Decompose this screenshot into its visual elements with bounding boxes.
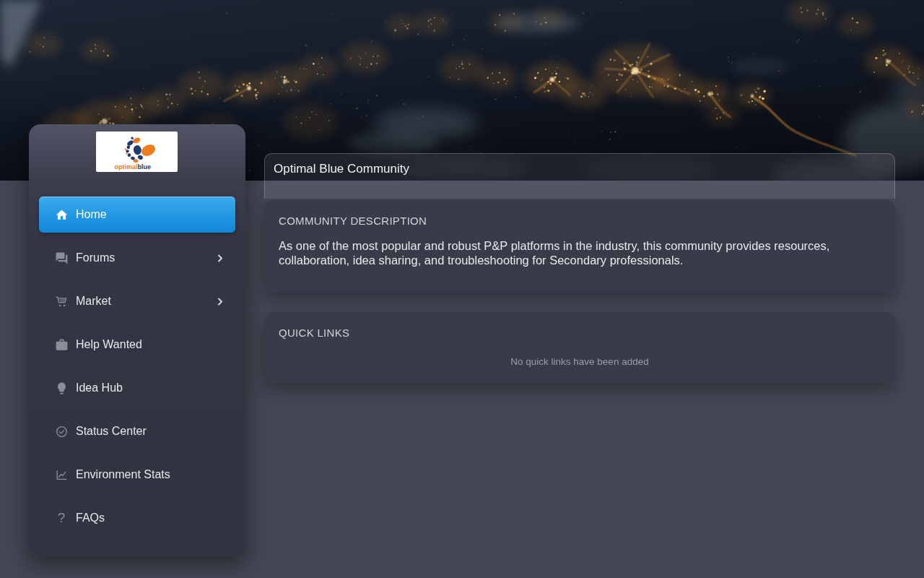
sidebar-item-market[interactable]: Market	[39, 283, 235, 319]
optimalblue-logo-mark: optimal blue	[96, 131, 178, 172]
sidebar-item-home[interactable]: Home	[39, 197, 235, 233]
community-description-text: As one of the most popular and robust P&…	[279, 239, 881, 267]
sidebar-item-help-wanted[interactable]: Help Wanted	[39, 327, 235, 363]
cart-icon	[54, 294, 69, 309]
sidebar-item-label: Status Center	[76, 425, 225, 438]
sidebar-item-label: Home	[76, 208, 225, 221]
sidebar-item-label: FAQs	[76, 512, 225, 525]
lightbulb-icon	[54, 381, 69, 395]
sidebar-nav: Home Forums Market	[39, 197, 235, 543]
sidebar-item-faqs[interactable]: ? FAQs	[39, 500, 235, 536]
sidebar: optimal blue Home Forums	[29, 124, 245, 556]
sidebar-item-label: Help Wanted	[76, 338, 225, 351]
community-header-bar: Optimal Blue Community	[264, 153, 895, 199]
chevron-right-icon	[214, 296, 225, 307]
sidebar-item-label: Forums	[76, 251, 214, 264]
question-mark-icon: ?	[54, 511, 69, 525]
logo-word-blue: blue	[138, 163, 152, 171]
chevron-right-icon	[214, 253, 225, 264]
optimalblue-logo[interactable]: optimal blue	[96, 131, 178, 172]
forum-icon	[54, 251, 69, 265]
sidebar-item-status-center[interactable]: Status Center	[39, 413, 235, 449]
check-circle-icon	[54, 424, 69, 439]
briefcase-icon	[54, 337, 69, 352]
community-title: Optimal Blue Community	[274, 162, 409, 176]
sidebar-item-environment-stats[interactable]: Environment Stats	[39, 457, 235, 493]
community-description-heading: COMMUNITY DESCRIPTION	[279, 215, 881, 227]
quick-links-heading: QUICK LINKS	[279, 327, 881, 339]
sidebar-item-label: Environment Stats	[76, 468, 225, 481]
community-description-card: COMMUNITY DESCRIPTION As one of the most…	[264, 200, 895, 292]
quick-links-empty-message: No quick links have been added	[279, 356, 881, 367]
logo-word-optimal: optimal	[114, 163, 137, 171]
sidebar-item-idea-hub[interactable]: Idea Hub	[39, 370, 235, 406]
sidebar-item-forums[interactable]: Forums	[39, 240, 235, 276]
line-chart-icon	[54, 467, 69, 482]
home-icon	[54, 207, 69, 222]
sidebar-item-label: Idea Hub	[76, 381, 225, 394]
quick-links-card: QUICK LINKS No quick links have been add…	[264, 312, 895, 383]
sidebar-item-label: Market	[76, 295, 214, 308]
